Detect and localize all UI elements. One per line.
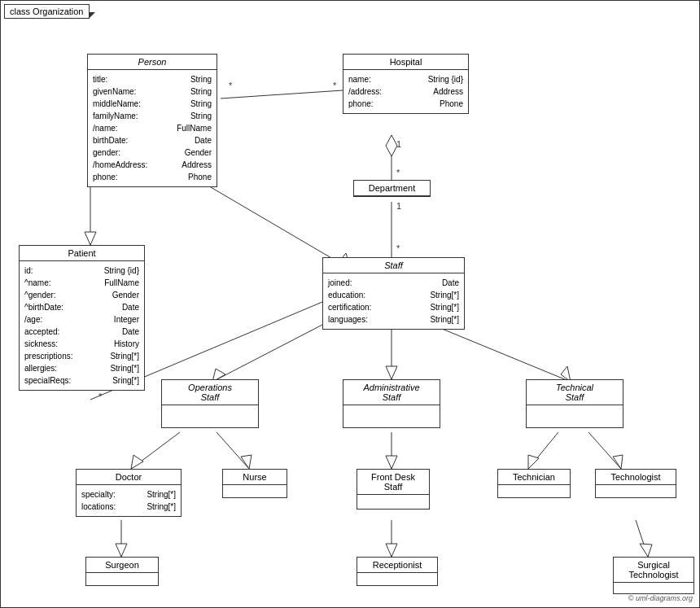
department-class: Department	[353, 180, 431, 197]
staff-title: Staff	[323, 258, 464, 273]
svg-text:*: *	[396, 168, 400, 177]
svg-marker-17	[241, 455, 252, 469]
svg-marker-23	[613, 455, 623, 469]
svg-text:1: 1	[396, 201, 401, 211]
svg-marker-19	[386, 456, 397, 469]
receptionist-class: Receptionist	[357, 557, 438, 586]
svg-text:1: 1	[396, 139, 401, 149]
surgical-technologist-title: Surgical Technologist	[614, 558, 693, 583]
svg-marker-2	[386, 135, 397, 156]
department-title: Department	[354, 181, 430, 196]
svg-line-12	[432, 325, 571, 382]
svg-text:*: *	[229, 81, 233, 90]
operations-staff-class: Operations Staff	[161, 379, 259, 428]
patient-title: Patient	[20, 246, 144, 261]
svg-text:*: *	[98, 391, 103, 401]
staff-class: Staff joined:Date education:String[*] ce…	[322, 257, 465, 330]
svg-line-8	[212, 325, 322, 382]
doctor-attrs: specialty:String[*] locations:String[*]	[77, 485, 181, 516]
technician-title: Technician	[498, 470, 570, 485]
person-attrs: title:String givenName:String middleName…	[88, 70, 217, 186]
administrative-staff-class: Administrative Staff	[343, 379, 440, 428]
svg-marker-29	[640, 544, 652, 557]
technologist-title: Technologist	[596, 470, 676, 485]
operations-staff-title: Operations Staff	[162, 380, 258, 405]
front-desk-staff-title: Front Desk Staff	[357, 470, 429, 495]
administrative-staff-title: Administrative Staff	[343, 380, 440, 405]
svg-line-20	[528, 432, 558, 469]
svg-line-16	[217, 432, 249, 469]
svg-text:*: *	[333, 81, 337, 90]
patient-attrs: id:String {id} ^name:FullName ^gender:Ge…	[20, 261, 144, 390]
technical-staff-class: Technical Staff	[526, 379, 623, 428]
doctor-title: Doctor	[77, 470, 181, 485]
surgical-technologist-class: Surgical Technologist	[613, 557, 694, 594]
technologist-class: Technologist	[595, 469, 676, 498]
svg-marker-25	[116, 544, 127, 557]
hospital-title: Hospital	[343, 55, 468, 70]
svg-marker-27	[386, 544, 397, 557]
svg-text:*: *	[396, 243, 400, 253]
uml-diagram: class Organization	[0, 0, 700, 608]
surgeon-class: Surgeon	[85, 557, 159, 586]
nurse-class: Nurse	[222, 469, 287, 498]
hospital-attrs: name:String {id} /address:Address phone:…	[343, 70, 468, 113]
nurse-title: Nurse	[223, 470, 287, 485]
svg-line-28	[636, 520, 648, 557]
svg-marker-11	[386, 366, 397, 379]
person-class: Person title:String givenName:String mid…	[87, 54, 217, 187]
technician-class: Technician	[497, 469, 571, 498]
patient-class: Patient id:String {id} ^name:FullName ^g…	[19, 245, 145, 391]
person-title: Person	[88, 55, 217, 70]
staff-attrs: joined:Date education:String[*] certific…	[323, 273, 464, 329]
svg-line-0	[221, 90, 343, 98]
svg-marker-21	[528, 455, 539, 469]
front-desk-staff-class: Front Desk Staff	[357, 469, 430, 510]
diagram-title: class Organization	[4, 4, 90, 19]
hospital-class: Hospital name:String {id} /address:Addre…	[343, 54, 469, 114]
receptionist-title: Receptionist	[357, 558, 437, 573]
copyright: © uml-diagrams.org	[628, 594, 693, 602]
surgeon-title: Surgeon	[86, 558, 158, 573]
svg-line-14	[131, 432, 180, 469]
svg-marker-5	[85, 232, 96, 245]
doctor-class: Doctor specialty:String[*] locations:Str…	[76, 469, 182, 517]
svg-line-22	[588, 432, 621, 469]
technical-staff-title: Technical Staff	[527, 380, 623, 405]
svg-marker-15	[131, 455, 143, 469]
